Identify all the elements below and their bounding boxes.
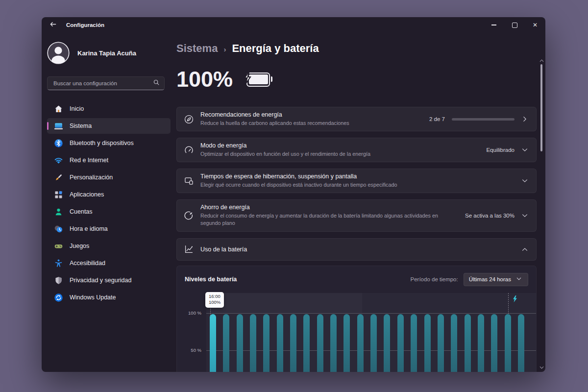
chevron-down-icon	[516, 276, 523, 283]
battery-bar[interactable]	[250, 314, 256, 372]
battery-bar[interactable]	[451, 314, 457, 372]
battery-bar[interactable]	[397, 314, 404, 372]
power-mode-icon	[184, 145, 200, 155]
window-controls: ✕	[484, 17, 545, 33]
card-description: Elegir qué ocurre cuando el dispositivo …	[200, 181, 515, 189]
sidebar: Karina Tapia Acuña Inicio	[42, 33, 176, 372]
battery-bar[interactable]	[290, 314, 296, 372]
chart-y-axis: 100 % 50 %	[177, 293, 206, 372]
battery-levels-title: Niveles de batería	[185, 276, 237, 283]
battery-bar[interactable]	[317, 314, 323, 372]
sidebar-item-aplicaciones[interactable]: Aplicaciones	[47, 187, 171, 202]
card-description: Reduce la huella de carbono aplicando es…	[200, 120, 423, 127]
battery-bar[interactable]	[518, 314, 524, 372]
accounts-icon	[54, 207, 63, 217]
sidebar-item-inicio[interactable]: Inicio	[47, 101, 171, 117]
battery-bar[interactable]	[263, 314, 270, 372]
sidebar-item-label: Sistema	[70, 122, 92, 129]
sidebar-item-label: Aplicaciones	[70, 191, 104, 198]
close-button[interactable]: ✕	[525, 17, 545, 33]
minimize-button[interactable]	[484, 17, 504, 33]
sidebar-item-privacidad[interactable]: Privacidad y seguridad	[47, 272, 171, 288]
card-title: Uso de la batería	[200, 246, 515, 253]
card-battery-usage[interactable]: Uso de la batería	[176, 238, 537, 261]
y-tick-100: 100 %	[188, 310, 201, 316]
gaming-icon	[54, 242, 63, 251]
battery-bar[interactable]	[384, 314, 390, 372]
sidebar-nav: Inicio Sistema Bluetooth y dispositivos	[47, 101, 176, 305]
battery-bar[interactable]	[237, 314, 243, 372]
period-dropdown[interactable]: Últimas 24 horas	[464, 273, 528, 286]
scroll-down-arrow[interactable]	[539, 365, 544, 370]
time-language-icon	[54, 224, 63, 234]
scrollbar-thumb[interactable]	[540, 64, 542, 151]
card-title: Recomendaciones de energía	[200, 111, 423, 118]
period-label: Período de tiempo:	[411, 276, 458, 282]
card-battery-saver[interactable]: Ahorro de energía Reducir el consumo de …	[176, 199, 537, 231]
breadcrumb-parent[interactable]: Sistema	[176, 42, 218, 55]
sidebar-item-label: Juegos	[70, 243, 89, 249]
battery-bar[interactable]	[370, 314, 377, 372]
battery-bar[interactable]	[303, 314, 310, 372]
battery-bar[interactable]	[491, 314, 497, 372]
network-icon	[54, 156, 63, 165]
energy-recommendations-icon	[184, 114, 200, 124]
user-profile[interactable]: Karina Tapia Acuña	[47, 42, 176, 64]
scroll-up-arrow[interactable]	[539, 58, 544, 63]
sidebar-item-red[interactable]: Red e Internet	[47, 152, 171, 168]
battery-bar[interactable]	[277, 314, 283, 372]
bluetooth-icon	[54, 139, 63, 148]
battery-bar[interactable]	[465, 314, 471, 372]
card-title: Ahorro de energía	[200, 204, 459, 211]
sidebar-item-windows-update[interactable]: Windows Update	[47, 290, 171, 305]
sidebar-item-cuentas[interactable]: Cuentas	[47, 204, 171, 220]
maximize-button[interactable]	[504, 17, 525, 33]
card-energy-recommendations[interactable]: Recomendaciones de energía Reduce la hue…	[176, 107, 537, 131]
sidebar-item-hora-idioma[interactable]: Hora e idioma	[47, 221, 171, 237]
tooltip-percent: 100%	[209, 299, 220, 306]
personalization-icon	[54, 173, 63, 182]
battery-percent: 100%	[176, 67, 233, 92]
breadcrumb-separator-icon: ›	[223, 45, 226, 53]
sidebar-item-label: Windows Update	[70, 294, 116, 301]
battery-bar[interactable]	[330, 314, 337, 372]
chart-plot-area: 16:00 100%	[206, 293, 536, 372]
battery-usage-icon	[184, 244, 200, 254]
titlebar: Configuración ✕	[42, 17, 545, 33]
card-power-mode[interactable]: Modo de energía Optimizar el dispositivo…	[176, 138, 537, 162]
window-title: Configuración	[66, 22, 104, 28]
card-description: Optimizar el dispositivo en función del …	[200, 150, 480, 158]
sidebar-item-label: Accesibilidad	[70, 260, 105, 267]
system-icon	[54, 122, 63, 131]
battery-bar[interactable]	[343, 314, 350, 372]
sidebar-item-label: Cuentas	[70, 208, 93, 215]
chart-highlight-band	[210, 293, 362, 313]
battery-bar[interactable]	[357, 314, 364, 372]
sidebar-item-juegos[interactable]: Juegos	[47, 238, 171, 254]
sidebar-item-bluetooth[interactable]: Bluetooth y dispositivos	[47, 135, 171, 151]
back-button[interactable]	[45, 18, 61, 32]
privacy-icon	[54, 276, 63, 285]
sidebar-item-accesibilidad[interactable]: Accesibilidad	[47, 255, 171, 271]
sidebar-item-label: Inicio	[70, 105, 84, 112]
chevron-right-icon	[521, 116, 528, 122]
back-arrow-icon	[49, 21, 57, 30]
sidebar-item-label: Hora e idioma	[70, 225, 108, 232]
sidebar-item-personalizacion[interactable]: Personalización	[47, 170, 171, 185]
battery-bar[interactable]	[478, 314, 484, 372]
battery-saver-value: Se activa a las 30%	[465, 213, 514, 219]
sidebar-item-sistema[interactable]: Sistema	[47, 118, 171, 134]
battery-bar[interactable]	[505, 314, 511, 372]
settings-cards: Recomendaciones de energía Reduce la hue…	[176, 107, 537, 261]
battery-bar[interactable]	[411, 314, 417, 372]
card-description: Reducir el consumo de energía y aumentar…	[200, 212, 459, 227]
card-screen-timeouts[interactable]: Tiempos de espera de hibernación, suspen…	[176, 169, 537, 193]
search-input[interactable]	[52, 80, 150, 87]
battery-bar[interactable]	[424, 314, 431, 372]
battery-bar[interactable]	[438, 314, 444, 372]
search-box[interactable]	[47, 76, 165, 90]
sidebar-item-label: Personalización	[70, 174, 113, 181]
sidebar-item-label: Red e Internet	[70, 157, 108, 164]
battery-bar[interactable]	[210, 314, 216, 372]
battery-bar[interactable]	[223, 314, 229, 372]
